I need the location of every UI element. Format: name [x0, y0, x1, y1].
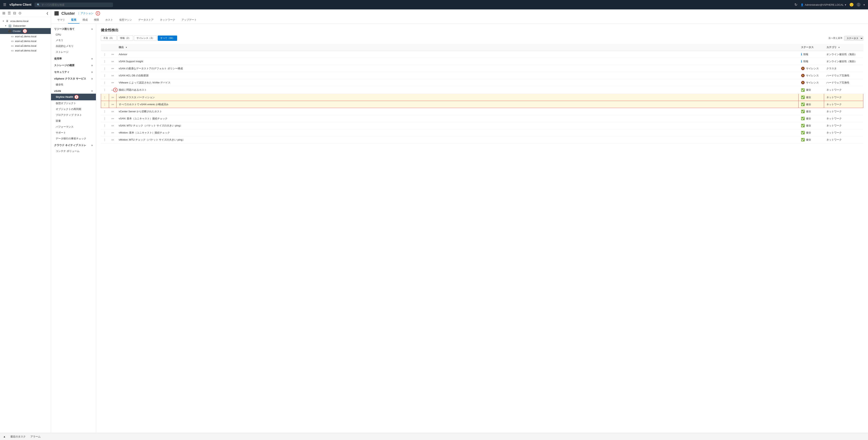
nav-section-label-vsphere-cluster-services: vSphere クラスタ サービス	[54, 77, 86, 81]
tab-permissions[interactable]: 権限	[91, 17, 102, 24]
nav-item-resyncing-objects[interactable]: オブジェクトの再同期	[51, 106, 96, 112]
search-input[interactable]	[41, 3, 111, 6]
tab-vms[interactable]: 仮想マシン	[116, 17, 135, 24]
row-expand-button[interactable]: >>	[112, 131, 114, 134]
esxi-a2-icon: ▭	[11, 39, 13, 42]
tab-updates[interactable]: アップデート	[178, 17, 200, 24]
healthy-icon: ✅	[801, 88, 805, 92]
row-status-cell: ℹ 情報	[799, 58, 824, 65]
row-category-cell: ネットワーク	[824, 136, 863, 143]
detect-sort-icon[interactable]: ▼	[125, 46, 127, 49]
row-expand-button[interactable]: >>	[112, 82, 114, 84]
row-menu-button[interactable]: ⋮	[103, 131, 106, 134]
row-menu-button[interactable]: ⋮	[103, 138, 106, 141]
row-detect-cell: vCenter Server から切断されたホスト	[116, 108, 798, 115]
filter-tab-all[interactable]: すべて（54）	[158, 35, 177, 41]
sidebar-icon-3[interactable]: ⊟	[13, 11, 16, 15]
nav-item-virtual-objects[interactable]: 仮想オブジェクト	[51, 100, 96, 106]
emoji-button[interactable]: 🙂	[849, 3, 854, 7]
row-detect-label: vSAN HCL DB の自動更新	[119, 74, 149, 77]
row-expand-button[interactable]: >>	[112, 139, 114, 141]
nav-item-proactive-tests[interactable]: プロアクティブ テスト	[51, 112, 96, 118]
sidebar-icon-4[interactable]: ⊙	[19, 11, 21, 15]
healthy-icon: ✅	[801, 95, 805, 99]
alarms-link[interactable]: アラーム	[30, 435, 41, 438]
nav-section-vsan[interactable]: vSAN∨	[51, 88, 96, 94]
row-expand-button[interactable]: >>	[112, 75, 114, 77]
row-expand-cell: >>	[109, 65, 117, 72]
nav-item-skyline-health[interactable]: Skyline Health3	[51, 94, 96, 100]
sidebar-item-esxi-a3[interactable]: ▭esxi-a3.demo.local	[0, 43, 51, 48]
row-expand-button[interactable]: >>	[112, 60, 114, 63]
nav-section-cloud-native-storage[interactable]: クラウド ネイティブ ストレ∨	[51, 142, 96, 148]
hamburger-menu[interactable]: ☰	[3, 3, 6, 7]
row-menu-button[interactable]: ⋮	[103, 96, 106, 99]
table-row: ⋮ >> すべてのホストで vSAN vmknic が構成済み ✅ 健全 ネット…	[101, 101, 863, 108]
help-button[interactable]: ⓪	[857, 2, 860, 7]
nav-section-utilization[interactable]: 使用率∨	[51, 55, 96, 62]
nav-item-premigration-check[interactable]: データ移行の事前チェック	[51, 136, 96, 142]
row-expand-button[interactable]: >>	[112, 110, 114, 113]
nav-item-container-volumes[interactable]: コンテナ ボリューム	[51, 148, 96, 154]
row-expand-button[interactable]: >>	[112, 53, 114, 56]
nav-item-storage[interactable]: ストレージ	[51, 49, 96, 55]
row-menu-button[interactable]: ⋮	[103, 74, 106, 77]
tab-monitor[interactable]: 監視	[68, 17, 80, 24]
tab-summary[interactable]: サマリ	[54, 17, 68, 24]
row-menu-button[interactable]: ⋮	[103, 117, 106, 120]
row-status-label: 健全	[806, 117, 811, 120]
nav-item-health[interactable]: 健全性	[51, 82, 96, 88]
nav-section-security[interactable]: セキュリティ∨	[51, 68, 96, 75]
row-category-cell: ネットワーク	[824, 115, 863, 122]
row-expand-button[interactable]: >>	[112, 117, 114, 120]
refresh-button[interactable]: ↻	[795, 3, 797, 7]
row-menu-button[interactable]: ⋮	[103, 60, 106, 63]
filter-tab-info[interactable]: 情報（2）	[118, 35, 133, 41]
recent-tasks-link[interactable]: 最近のタスク	[10, 435, 26, 438]
sidebar-item-esxi-a4[interactable]: ▭esxi-a4.demo.local	[0, 48, 51, 53]
actions-button[interactable]: ⋮ アクション	[77, 11, 93, 15]
row-menu-button[interactable]: ⋮	[103, 67, 106, 70]
sidebar-item-vcsa[interactable]: ▼🖥vcsa.demo.local	[0, 19, 51, 23]
row-menu-button[interactable]: ⋮	[103, 124, 106, 127]
row-expand-button[interactable]: >>	[112, 124, 114, 127]
row-expand-button[interactable]: >>	[112, 103, 114, 106]
sidebar-item-esxi-a1[interactable]: ▭esxi-a1.demo.local	[0, 34, 51, 39]
tab-networks[interactable]: ネットワーク	[157, 17, 178, 24]
filter-tab-insufficient[interactable]: 不良（0）	[101, 35, 117, 41]
nav-section-resource-allocation[interactable]: リソース割り当て∨	[51, 25, 96, 32]
row-menu-button[interactable]: ⋮	[103, 53, 106, 56]
nav-item-memory[interactable]: メモリ	[51, 37, 96, 43]
sidebar-item-datacenter[interactable]: ▼🏢Datacenter	[0, 23, 51, 28]
help-chevron-icon: ▾	[864, 3, 865, 6]
nav-item-support[interactable]: サポート	[51, 130, 96, 136]
sidebar-item-esxi-a2[interactable]: ▭esxi-a2.demo.local	[0, 39, 51, 43]
nav-item-persistent-memory[interactable]: 永続的なメモリ	[51, 43, 96, 49]
tab-hosts[interactable]: ホスト	[102, 17, 116, 24]
user-info[interactable]: 👤 Administrator@VSPHERE.LOCAL ▾	[801, 3, 846, 6]
sidebar-item-cluster[interactable]: ⬛Cluster1	[0, 28, 51, 34]
sidebar-collapse-button[interactable]: ❮	[46, 12, 49, 15]
tab-config[interactable]: 構成	[80, 17, 91, 24]
nav-item-capacity[interactable]: 容量	[51, 118, 96, 124]
row-category-label: オンライン健全性（無効）	[827, 60, 857, 63]
sort-select[interactable]: ステータス	[844, 36, 863, 41]
row-menu-button[interactable]: ⋮	[103, 88, 106, 91]
nav-section-vsphere-cluster-services[interactable]: vSphere クラスタ サービス∨	[51, 75, 96, 82]
tab-datastores[interactable]: データストア	[135, 17, 157, 24]
sidebar-icon-2[interactable]: ☰	[8, 11, 11, 15]
filter-tabs: 不良（0）情報（2）サイレンス（3）すべて（54）並べ替え基準 ステータス	[101, 35, 863, 41]
category-sort-icon[interactable]: ▼	[838, 46, 840, 49]
filter-tab-silence[interactable]: サイレンス（3）	[134, 35, 157, 41]
table-row: ⋮ >> vMotion: 基本（ユニキャスト）接続チェック ✅ 健全 ネットワ…	[101, 129, 863, 136]
sidebar-icon-1[interactable]: ⊞	[2, 11, 5, 15]
row-menu-button[interactable]: ⋮	[103, 103, 106, 106]
col-header-actions	[101, 44, 109, 51]
row-expand-button[interactable]: >>	[112, 67, 114, 70]
row-expand-button[interactable]: >>	[112, 96, 114, 98]
row-menu-button[interactable]: ⋮	[103, 81, 106, 84]
nav-item-performance[interactable]: パフォーマンス	[51, 124, 96, 130]
nav-section-storage-overview[interactable]: ストレージの概要∨	[51, 62, 96, 68]
nav-item-cpu[interactable]: CPU	[51, 32, 96, 37]
row-menu-button[interactable]: ⋮	[103, 110, 106, 113]
